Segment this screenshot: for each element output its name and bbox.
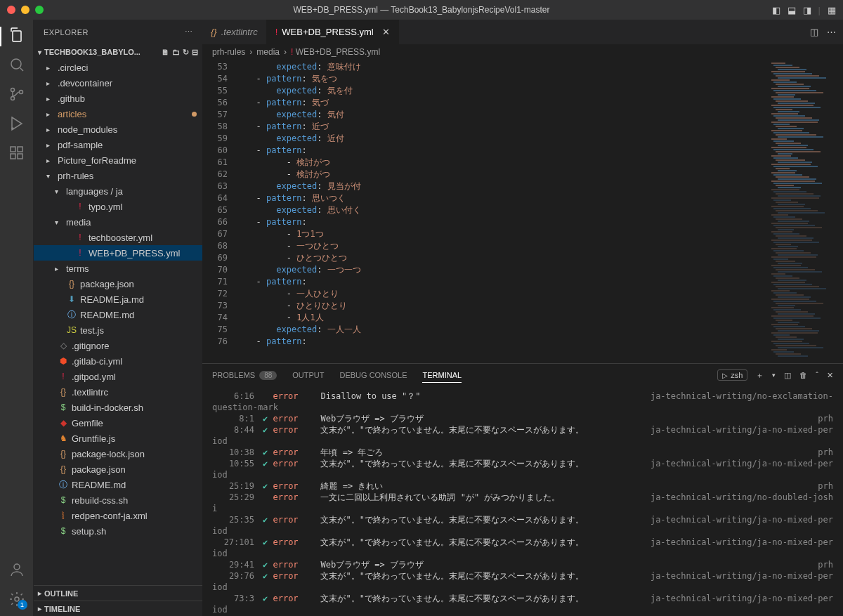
editor-tabs: {}.textlintrc!WEB+DB_PRESS.yml✕ ◫ ⋯: [202, 20, 843, 44]
toggle-panel-bottom-icon[interactable]: ⬓: [788, 5, 796, 15]
file-item[interactable]: ◇.gitignore: [34, 338, 202, 353]
accounts-icon[interactable]: [8, 561, 25, 578]
project-header[interactable]: ▾ TECHBOOK13_BABYLO... 🗎 🗀 ↻ ⊟: [34, 44, 202, 60]
file-item[interactable]: ♞Gruntfile.js: [34, 431, 202, 446]
folder-item[interactable]: ▸.github: [34, 91, 202, 106]
split-editor-icon[interactable]: ◫: [810, 27, 818, 37]
refresh-icon[interactable]: ↻: [183, 48, 189, 57]
folder-item[interactable]: ▸.circleci: [34, 60, 202, 75]
tree-item-label: pdf-sample: [58, 140, 103, 150]
code-editor[interactable]: 5354555657585960616263646566676869707172…: [202, 60, 843, 363]
toggle-panel-left-icon[interactable]: ◧: [772, 5, 780, 15]
folder-item[interactable]: ▸node_modules: [34, 122, 202, 137]
chevron-icon: ▸: [46, 79, 55, 87]
kill-terminal-icon[interactable]: 🗑: [799, 371, 807, 379]
file-item[interactable]: !techbooster.yml: [34, 230, 202, 245]
breadcrumb-item[interactable]: prh-rules: [212, 47, 245, 57]
folder-item[interactable]: ▾prh-rules: [34, 168, 202, 183]
settings-gear-icon[interactable]: 1: [8, 591, 25, 608]
file-item[interactable]: {}.textlintrc: [34, 384, 202, 400]
tree-item-label: Picture_forReadme: [58, 155, 136, 166]
terminal-line: 25:35✔ error 文末が"。"で終わっていません。末尾に不要なスペースが…: [212, 514, 833, 525]
breadcrumb-item[interactable]: media: [256, 47, 280, 57]
folder-item[interactable]: ▸terms: [34, 261, 202, 276]
terminal-dropdown-icon[interactable]: ▾: [772, 372, 776, 379]
file-tree[interactable]: ▸.circleci▸.devcontainer▸.github▸article…: [34, 60, 202, 585]
tab-problems[interactable]: PROBLEMS 88: [212, 371, 277, 380]
tab-label: .textlintrc: [221, 27, 258, 37]
tree-item-label: languages / ja: [66, 186, 123, 197]
terminal-line: i: [212, 503, 833, 514]
file-item[interactable]: $build-in-docker.sh: [34, 400, 202, 415]
file-item[interactable]: $setup.sh: [34, 523, 202, 539]
collapse-all-icon[interactable]: ⊟: [192, 48, 198, 57]
file-item[interactable]: ⬢.gitlab-ci.yml: [34, 353, 202, 369]
terminal-shell-select[interactable]: ▷zsh: [717, 369, 747, 381]
outline-section[interactable]: ▸ OUTLINE: [34, 585, 202, 601]
timeline-section[interactable]: ▸ TIMELINE: [34, 601, 202, 616]
folder-item[interactable]: ▸.devcontainer: [34, 75, 202, 91]
file-item[interactable]: {}package-lock.json: [34, 446, 202, 461]
close-window-button[interactable]: [7, 6, 15, 14]
terminal-line: iod: [212, 604, 833, 615]
extensions-icon[interactable]: [8, 145, 25, 162]
editor-tab[interactable]: {}.textlintrc: [202, 20, 267, 44]
split-terminal-icon[interactable]: ◫: [784, 371, 791, 380]
terminal-line: 73:3✔ error 文末が"。"で終わっていません。末尾に不要なスペースがあ…: [212, 593, 833, 604]
minimize-window-button[interactable]: [21, 6, 30, 14]
file-item[interactable]: !WEB+DB_PRESS.yml: [34, 245, 202, 261]
terminal-output[interactable]: 6:16 error Disallow to use "？" ja-techni…: [202, 386, 843, 616]
explorer-icon[interactable]: [8, 27, 25, 44]
tab-debug-console[interactable]: DEBUG CONSOLE: [340, 371, 407, 379]
tree-item-label: package-lock.json: [72, 449, 145, 459]
search-icon[interactable]: [8, 56, 25, 73]
close-panel-icon[interactable]: ✕: [827, 371, 833, 380]
editor-tab[interactable]: !WEB+DB_PRESS.yml✕: [267, 20, 399, 44]
chevron-down-icon: ▾: [38, 48, 41, 56]
tab-output[interactable]: OUTPUT: [292, 371, 324, 379]
source-control-icon[interactable]: [8, 86, 25, 103]
tree-item-label: .devcontainer: [58, 78, 112, 89]
file-item[interactable]: $rebuild-css.sh: [34, 492, 202, 508]
toggle-panel-right-icon[interactable]: ◨: [803, 5, 811, 15]
file-item[interactable]: JStest.js: [34, 322, 202, 338]
chevron-icon: ▸: [55, 265, 63, 273]
folder-item[interactable]: ▾languages / ja: [34, 183, 202, 199]
new-folder-icon[interactable]: 🗀: [172, 48, 180, 57]
maximize-window-button[interactable]: [35, 6, 44, 14]
terminal-line: 29:41✔ error Webブラウザ => ブラウザ prh: [212, 559, 833, 570]
chevron-icon: ▾: [55, 188, 63, 195]
file-item[interactable]: ⓘREADME.md: [34, 477, 202, 492]
customize-layout-icon[interactable]: ▦: [828, 5, 836, 15]
new-terminal-icon[interactable]: ＋: [756, 370, 764, 381]
tree-item-label: .textlintrc: [72, 387, 108, 398]
run-debug-icon[interactable]: [8, 115, 25, 132]
code-content[interactable]: expected: 意味付け - pattern: 気をつ expected: …: [237, 60, 766, 363]
file-item[interactable]: ⓘREADME.md: [34, 307, 202, 322]
folder-item[interactable]: ▸pdf-sample: [34, 137, 202, 152]
new-file-icon[interactable]: 🗎: [162, 48, 169, 57]
file-item[interactable]: ⦚redpen-conf-ja.xml: [34, 508, 202, 523]
close-tab-icon[interactable]: ✕: [382, 27, 390, 37]
folder-item[interactable]: ▸articles: [34, 106, 202, 122]
folder-item[interactable]: ▾media: [34, 214, 202, 230]
more-actions-icon[interactable]: ⋯: [827, 27, 836, 37]
minimap[interactable]: [766, 60, 843, 363]
sidebar-more-icon[interactable]: ⋯: [185, 27, 193, 37]
file-item[interactable]: {}package.json: [34, 276, 202, 291]
breadcrumbs[interactable]: prh-rules›media›! WEB+DB_PRESS.yml: [202, 44, 843, 60]
file-item[interactable]: ◆Gemfile: [34, 415, 202, 431]
folder-item[interactable]: ▸Picture_forReadme: [34, 152, 202, 168]
tab-terminal[interactable]: TERMINAL: [422, 371, 462, 383]
file-item[interactable]: !.gitpod.yml: [34, 369, 202, 384]
file-item[interactable]: !typo.yml: [34, 199, 202, 214]
breadcrumb-item[interactable]: ! WEB+DB_PRESS.yml: [291, 47, 380, 57]
chevron-icon: ▸: [46, 110, 55, 118]
svg-point-1: [11, 89, 14, 92]
line-gutter: 5354555657585960616263646566676869707172…: [202, 60, 237, 363]
file-item[interactable]: {}package.json: [34, 461, 202, 477]
settings-badge: 1: [18, 600, 27, 610]
maximize-panel-icon[interactable]: ˆ: [816, 371, 818, 379]
chevron-right-icon: ▸: [38, 589, 41, 597]
file-item[interactable]: ⬇README.ja.md: [34, 291, 202, 307]
